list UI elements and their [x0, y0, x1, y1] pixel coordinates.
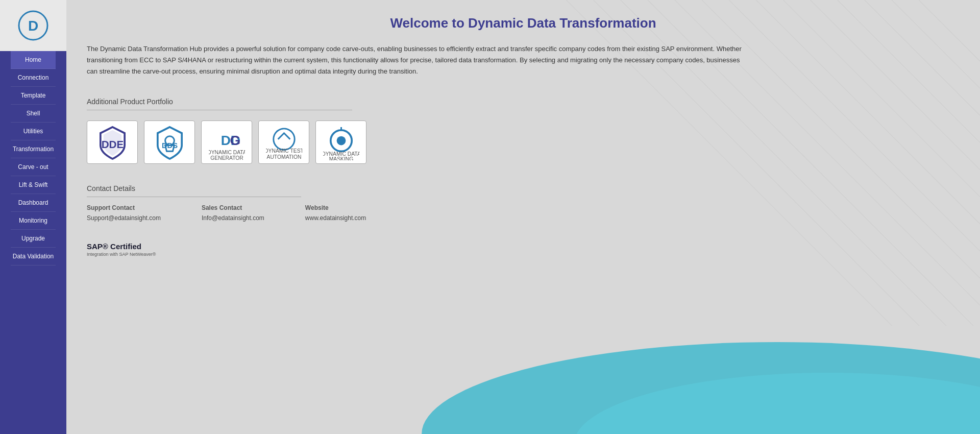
svg-text:DYNAMIC TEST: DYNAMIC TEST [266, 148, 302, 154]
svg-point-25 [273, 129, 294, 150]
sidebar-item-carve---out[interactable]: Carve - out [11, 158, 56, 176]
nav-menu: HomeConnectionTemplateShellUtilitiesTran… [11, 51, 56, 266]
logo-area: D [0, 0, 66, 51]
svg-text:GENERATOR: GENERATOR [210, 155, 243, 160]
main-area: Welcome to Dynamic Data Transformation T… [66, 0, 980, 434]
sidebar-item-template[interactable]: Template [11, 87, 56, 105]
contact-col-support-contact: Support ContactSupport@edatainsight.com [87, 204, 161, 222]
svg-text:AUTOMATION: AUTOMATION [266, 154, 301, 160]
sidebar-item-dashboard[interactable]: Dashboard [11, 194, 56, 212]
sidebar-item-upgrade[interactable]: Upgrade [11, 230, 56, 248]
sap-badge-subtext: Integration with SAP NetWeaver® [87, 252, 960, 257]
contact-section: Contact Details Support ContactSupport@e… [87, 184, 960, 222]
product-card-dds[interactable]: DDS [144, 120, 195, 164]
portfolio-section: Additional Product Portfolio DDE DDS DD … [87, 98, 960, 164]
sidebar-item-monitoring[interactable]: Monitoring [11, 212, 56, 230]
product-card-dde[interactable]: DDE [87, 120, 138, 164]
page-title: Welcome to Dynamic Data Transformation [87, 15, 960, 31]
portfolio-cards: DDE DDS DD G DYNAMIC DATA GENERATOR DYNA… [87, 120, 960, 164]
portfolio-title: Additional Product Portfolio [87, 98, 352, 110]
sidebar: D HomeConnectionTemplateShellUtilitiesTr… [0, 0, 66, 434]
sidebar-item-connection[interactable]: Connection [11, 69, 56, 87]
svg-text:DDE: DDE [101, 139, 124, 151]
contact-value: Info@edatainsight.com [202, 214, 264, 222]
contact-label: Support Contact [87, 204, 161, 211]
contact-label: Sales Contact [202, 204, 264, 211]
svg-text:G: G [230, 133, 240, 149]
svg-point-29 [336, 136, 346, 146]
description-text: The Dynamic Data Transformation Hub prov… [87, 43, 750, 77]
product-card-ddm[interactable]: DYNAMIC DATA MASKING [315, 120, 366, 164]
contact-label: Website [305, 204, 366, 211]
sidebar-item-home[interactable]: Home [11, 51, 56, 69]
contact-table: Support ContactSupport@edatainsight.comS… [87, 204, 960, 222]
sap-badge: SAP® Certified Integration with SAP NetW… [87, 242, 960, 257]
contact-col-sales-contact: Sales ContactInfo@edatainsight.com [202, 204, 264, 222]
app-logo: D [18, 10, 48, 41]
sidebar-item-data-validation[interactable]: Data Validation [11, 248, 56, 266]
sidebar-item-lift-&-swift[interactable]: Lift & Swift [11, 176, 56, 194]
sidebar-item-utilities[interactable]: Utilities [11, 123, 56, 140]
contact-title: Contact Details [87, 184, 301, 197]
contact-value: Support@edatainsight.com [87, 214, 161, 222]
contact-col-website: Websitewww.edatainsight.com [305, 204, 366, 222]
svg-text:MASKING: MASKING [329, 157, 353, 161]
content-area: Welcome to Dynamic Data Transformation T… [66, 0, 980, 434]
svg-text:D: D [28, 18, 38, 34]
sidebar-item-transformation[interactable]: Transformation [11, 140, 56, 158]
product-card-ddg[interactable]: DD G DYNAMIC DATA GENERATOR [201, 120, 252, 164]
contact-value: www.edatainsight.com [305, 214, 366, 222]
sap-certified-text: SAP® Certified [87, 242, 960, 251]
sidebar-item-shell[interactable]: Shell [11, 105, 56, 123]
svg-text:DDS: DDS [161, 142, 177, 150]
product-card-dta[interactable]: DYNAMIC TEST AUTOMATION [258, 120, 309, 164]
